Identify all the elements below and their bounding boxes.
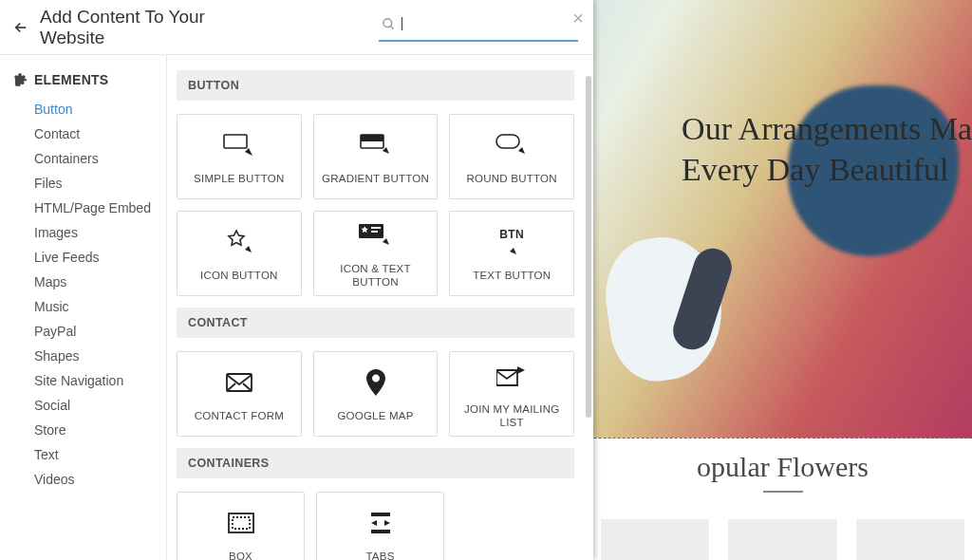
sidebar-item-music[interactable]: Music [34,294,166,319]
popular-card [856,519,964,560]
sidebar-item-label: Containers [34,151,99,166]
gradient-button-icon [359,129,393,161]
search-icon [379,17,398,31]
simple-button-icon [222,129,256,161]
sidebar-item-label: HTML/Page Embed [34,200,151,215]
sidebar-item-label: PayPal [34,324,76,339]
sidebar-item-label: Shapes [34,348,79,364]
popular-card [601,519,709,560]
sidebar-item-label: Files [34,176,63,191]
add-content-panel: Add Content To Your Website × ELEMENTS B… [0,0,593,560]
sidebar-item-label: Live Feeds [34,250,99,265]
element-google-map[interactable]: GOOGLE MAP [313,351,439,437]
popular-section: opular Flowers [593,451,972,560]
sidebar-item-label: Site Navigation [34,373,123,388]
svg-rect-1 [224,135,247,148]
sidebar-item-contact[interactable]: Contact [34,121,166,146]
sidebar-title-text: ELEMENTS [34,72,108,87]
tabs-icon [367,507,394,539]
sidebar-item-label: Button [34,102,72,117]
element-label: BOX [229,551,252,560]
sidebar-item-label: Store [34,422,65,438]
element-text-button[interactable]: BTN TEXT BUTTON [449,211,574,296]
hero-title-line2: Every Day Beautiful [682,152,948,187]
arrow-left-icon [12,19,29,36]
icon-button-icon [225,226,253,258]
hero-title-line1: Our Arrangements Ma [682,111,972,146]
scrollbar-thumb[interactable] [586,76,591,418]
element-icon-text-button[interactable]: ICON & TEXT BUTTON [313,211,439,296]
close-icon: × [572,8,584,28]
element-icon-button[interactable]: ICON BUTTON [177,211,302,296]
sidebar-item-live-feeds[interactable]: Live Feeds [34,245,166,270]
element-tabs[interactable]: TABS [316,492,444,560]
element-mailing-list[interactable]: JOIN MY MAILING LIST [449,351,574,437]
svg-rect-5 [371,227,381,229]
popular-rule [763,491,803,493]
element-label: JOIN MY MAILING LIST [454,403,570,430]
element-contact-form[interactable]: CONTACT FORM [177,351,302,437]
svg-rect-6 [371,231,378,233]
sidebar-item-store[interactable]: Store [34,418,166,442]
sidebar-heading: ELEMENTS [13,72,166,87]
text-button-glyph: BTN [499,228,524,241]
element-label: TEXT BUTTON [473,270,551,283]
sidebar-item-paypal[interactable]: PayPal [34,319,166,344]
sidebar-item-label: Social [34,398,70,413]
sidebar-item-containers[interactable]: Containers [34,146,166,171]
sidebar-item-html-page-embed[interactable]: HTML/Page Embed [34,196,166,220]
section-heading-button: BUTTON [177,70,574,101]
sidebar-item-text[interactable]: Text [34,442,166,467]
sidebar: ELEMENTS ButtonContactContainersFilesHTM… [0,55,167,560]
map-pin-icon [366,366,385,399]
element-label: GRADIENT BUTTON [322,173,429,186]
element-label: ICON BUTTON [200,270,278,283]
sidebar-item-label: Images [34,225,78,240]
section-heading-containers: CONTAINERS [177,448,574,478]
element-label: GOOGLE MAP [337,410,413,423]
envelope-icon [225,366,253,399]
element-box[interactable]: BOX [177,492,305,560]
element-label: ROUND BUTTON [467,173,557,186]
element-label: ICON & TEXT BUTTON [318,263,434,289]
search-field[interactable] [379,13,578,42]
sidebar-item-files[interactable]: Files [34,171,166,196]
svg-rect-3 [496,135,519,148]
back-button[interactable] [8,14,34,41]
sidebar-item-button[interactable]: Button [34,97,166,121]
icon-text-button-icon [359,219,393,252]
element-label: SIMPLE BUTTON [194,173,284,186]
sidebar-item-images[interactable]: Images [34,220,166,245]
sidebar-item-label: Contact [34,126,80,141]
sidebar-item-maps[interactable]: Maps [34,270,166,294]
sidebar-item-label: Text [34,447,59,462]
sidebar-item-shapes[interactable]: Shapes [34,344,166,368]
close-button[interactable]: × [572,8,584,29]
element-simple-button[interactable]: SIMPLE BUTTON [177,114,302,199]
element-label: CONTACT FORM [195,410,284,423]
element-label: TABS [365,551,394,560]
hero-title: Our Arrangements Ma Every Day Beautiful [682,109,972,190]
puzzle-icon [13,72,28,87]
catalog[interactable]: BUTTON SIMPLE BUTTON GRADIENT BUTTON [167,55,593,560]
panel-body: ELEMENTS ButtonContactContainersFilesHTM… [0,55,593,560]
box-icon [227,507,255,539]
element-gradient-button[interactable]: GRADIENT BUTTON [313,114,439,199]
mailing-list-icon [496,360,527,392]
sidebar-item-site-navigation[interactable]: Site Navigation [34,368,166,393]
section-heading-contact: CONTACT [177,308,574,338]
panel-title: Add Content To Your Website [40,7,274,48]
search-input[interactable] [398,17,578,32]
popular-heading: opular Flowers [593,451,972,483]
popular-card [728,519,836,560]
sidebar-item-social[interactable]: Social [34,393,166,418]
panel-header: Add Content To Your Website × [0,0,593,55]
empty-card-slot [456,492,574,560]
svg-point-0 [383,19,391,28]
element-round-button[interactable]: ROUND BUTTON [449,114,574,199]
round-button-icon [495,129,529,161]
sidebar-item-label: Videos [34,472,75,487]
sidebar-item-videos[interactable]: Videos [34,467,166,492]
sidebar-item-label: Maps [34,274,66,289]
svg-rect-2 [361,135,383,148]
